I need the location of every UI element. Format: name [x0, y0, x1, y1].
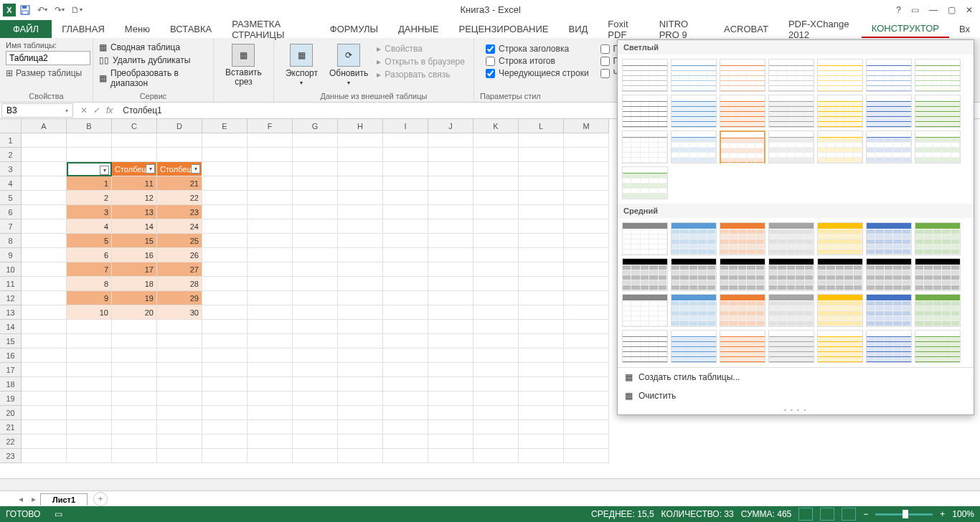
cell[interactable]	[473, 392, 519, 406]
table-style-thumb[interactable]	[720, 59, 765, 92]
cell[interactable]	[338, 148, 383, 162]
table-style-thumb[interactable]	[768, 59, 814, 92]
cell[interactable]: 12	[112, 191, 157, 205]
colhead-G[interactable]: G	[293, 119, 338, 133]
cell[interactable]	[202, 377, 248, 392]
table-style-thumb[interactable]	[817, 59, 863, 92]
cell[interactable]	[519, 277, 564, 291]
cell[interactable]	[22, 406, 67, 420]
cell[interactable]	[428, 406, 473, 420]
cell[interactable]	[293, 176, 338, 191]
cell[interactable]	[473, 234, 519, 248]
cell[interactable]	[22, 449, 67, 463]
tab-overflow[interactable]: Вх	[949, 20, 980, 38]
cell[interactable]	[428, 248, 473, 262]
cell[interactable]	[383, 133, 428, 148]
rowhead-4[interactable]: 4	[0, 176, 22, 191]
table-style-thumb[interactable]	[866, 294, 912, 327]
cell[interactable]	[564, 162, 609, 176]
colhead-A[interactable]: A	[22, 119, 67, 133]
cell[interactable]	[428, 162, 473, 176]
cell[interactable]: 28	[157, 277, 202, 291]
tab-file[interactable]: ФАЙЛ	[0, 20, 52, 38]
cell[interactable]	[22, 219, 67, 234]
sheet-nav-left[interactable]: ◂	[14, 494, 27, 504]
cell[interactable]	[22, 133, 67, 148]
cell[interactable]	[473, 291, 519, 305]
cell[interactable]	[519, 262, 564, 277]
cell[interactable]	[519, 449, 564, 463]
table-style-thumb[interactable]	[817, 330, 863, 363]
table-style-thumb[interactable]	[817, 258, 863, 291]
cell[interactable]	[202, 334, 248, 348]
sheet-nav-right[interactable]: ▸	[27, 494, 40, 504]
clear-style-button[interactable]: ▦Очистить	[618, 386, 974, 405]
table-style-thumb[interactable]	[768, 95, 814, 128]
cell[interactable]	[112, 320, 157, 334]
colhead-L[interactable]: L	[519, 119, 564, 133]
cell[interactable]	[428, 219, 473, 234]
cell[interactable]	[22, 377, 67, 392]
cell[interactable]: 19	[112, 291, 157, 305]
cell[interactable]	[202, 219, 248, 234]
cell[interactable]	[564, 320, 609, 334]
cell[interactable]	[473, 363, 519, 377]
cell[interactable]: 23	[157, 205, 202, 219]
view-normal-icon[interactable]	[798, 508, 813, 521]
cell[interactable]	[293, 435, 338, 449]
rowhead-18[interactable]: 18	[0, 377, 22, 392]
rowhead-9[interactable]: 9	[0, 248, 22, 262]
cell[interactable]	[383, 291, 428, 305]
cell[interactable]	[248, 133, 293, 148]
cell[interactable]	[22, 435, 67, 449]
cell[interactable]	[157, 392, 202, 406]
cell[interactable]	[428, 234, 473, 248]
cell[interactable]	[22, 191, 67, 205]
cell[interactable]	[383, 219, 428, 234]
cell[interactable]	[67, 348, 112, 363]
cell[interactable]	[293, 262, 338, 277]
rowhead-19[interactable]: 19	[0, 392, 22, 406]
cell[interactable]	[383, 377, 428, 392]
cell[interactable]	[383, 205, 428, 219]
excel-icon[interactable]: X	[3, 4, 16, 16]
cell[interactable]	[473, 348, 519, 363]
rowhead-13[interactable]: 13	[0, 305, 22, 320]
cell[interactable]	[564, 248, 609, 262]
table-style-thumb[interactable]	[671, 258, 717, 291]
cell[interactable]	[473, 262, 519, 277]
table-style-thumb[interactable]	[768, 330, 814, 363]
cell[interactable]	[157, 449, 202, 463]
cell[interactable]: 25	[157, 234, 202, 248]
cell[interactable]	[564, 305, 609, 320]
cell[interactable]	[248, 191, 293, 205]
cell[interactable]	[338, 133, 383, 148]
rowhead-14[interactable]: 14	[0, 320, 22, 334]
cell[interactable]	[112, 348, 157, 363]
cell[interactable]	[157, 133, 202, 148]
zoom-out-icon[interactable]: −	[863, 509, 868, 519]
tab-design[interactable]: КОНСТРУКТОР	[862, 20, 949, 38]
cell[interactable]	[338, 406, 383, 420]
chk-banded-rows[interactable]: Чередующиеся строки	[486, 68, 589, 78]
cell[interactable]: 5	[67, 234, 112, 248]
maximize-icon[interactable]: ▢	[948, 5, 956, 15]
cell[interactable]	[564, 406, 609, 420]
cell[interactable]	[202, 291, 248, 305]
cell[interactable]	[338, 248, 383, 262]
cell[interactable]	[338, 377, 383, 392]
cell[interactable]	[564, 291, 609, 305]
cell[interactable]	[338, 449, 383, 463]
cell[interactable]: 22	[157, 191, 202, 205]
tab-pdfx[interactable]: PDF-XChange 2012	[778, 20, 862, 38]
rowhead-23[interactable]: 23	[0, 449, 22, 463]
cell[interactable]	[338, 435, 383, 449]
cell[interactable]	[383, 305, 428, 320]
cell[interactable]	[112, 377, 157, 392]
cell[interactable]	[564, 377, 609, 392]
cell[interactable]	[22, 392, 67, 406]
cell[interactable]	[473, 377, 519, 392]
table-style-thumb[interactable]	[671, 294, 717, 327]
cell[interactable]	[293, 320, 338, 334]
cell[interactable]	[383, 277, 428, 291]
